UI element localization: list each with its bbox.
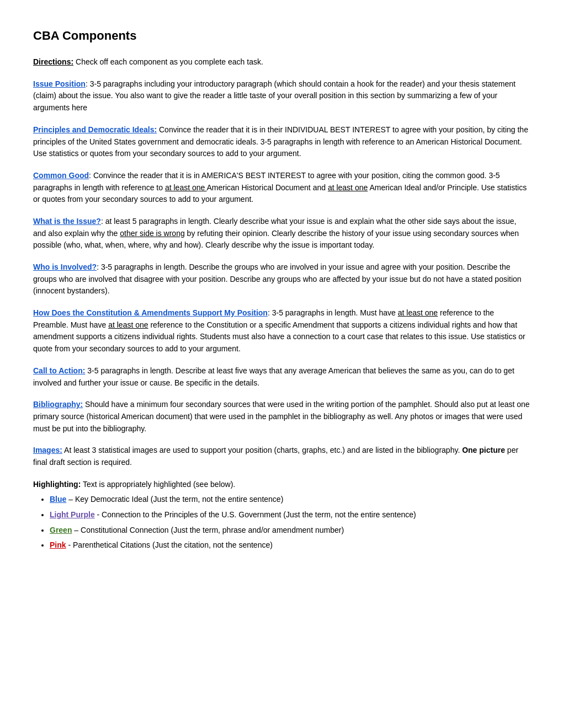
common-good-section: Common Good: Convince the reader that it… — [33, 170, 530, 206]
lightpurple-desc: - Connection to the Principles of the U.… — [95, 510, 416, 519]
constitution-link[interactable]: How Does the Constitution & Amendments S… — [33, 308, 268, 317]
bibliography-section: Bibliography: Should have a minimum four… — [33, 399, 530, 435]
bibliography-link[interactable]: Bibliography: — [33, 400, 83, 409]
images-link[interactable]: Images: — [33, 446, 62, 454]
call-to-action-link[interactable]: Call to Action: — [33, 366, 85, 375]
who-involved-text: 3-5 paragraphs in length. Describe the g… — [33, 263, 522, 295]
highlighting-text: Text is appropriately highlighted (see b… — [81, 480, 235, 489]
issue-position-section: Issue Position: 3-5 paragraphs including… — [33, 78, 530, 114]
common-good-link[interactable]: Common Good — [33, 171, 89, 180]
directions-section: Directions: Check off each component as … — [33, 56, 530, 68]
directions-text: Check off each component as you complete… — [73, 57, 263, 66]
list-item: Light Purple - Connection to the Princip… — [50, 509, 530, 521]
bibliography-text: Should have a minimum four secondary sou… — [33, 400, 530, 432]
what-is-issue-underline: other side is wrong — [120, 229, 185, 238]
call-to-action-section: Call to Action: 3-5 paragraphs in length… — [33, 365, 530, 389]
constitution-underline1: at least one — [398, 308, 438, 317]
green-label: Green — [50, 526, 72, 534]
what-is-issue-link[interactable]: What is the Issue? — [33, 217, 101, 226]
highlighting-list: Blue – Key Democratic Ideal (Just the te… — [50, 494, 530, 552]
page-title: CBA Components — [33, 26, 530, 45]
constitution-section: How Does the Constitution & Amendments S… — [33, 307, 530, 355]
who-involved-link[interactable]: Who is Involved? — [33, 263, 97, 271]
common-good-underline2: at least one — [328, 183, 368, 192]
images-text1: At least 3 statistical images are used t… — [62, 446, 462, 454]
call-to-action-text: 3-5 paragraphs in length. Describe at le… — [33, 366, 514, 387]
images-bold: One picture — [462, 446, 505, 454]
principles-section: Principles and Democratic Ideals: Convin… — [33, 124, 530, 160]
common-good-text2: American Historical Document and — [206, 183, 327, 192]
principles-link[interactable]: Principles and Democratic Ideals: — [33, 125, 157, 134]
blue-desc: – Key Democratic Ideal (Just the term, n… — [66, 495, 283, 504]
highlighting-label: Highlighting: — [33, 480, 81, 489]
highlighting-section: Highlighting: Text is appropriately high… — [33, 479, 530, 552]
constitution-text1: 3-5 paragraphs in length. Must have — [270, 308, 398, 317]
common-good-underline1: at least one — [165, 183, 207, 192]
directions-label: Directions: — [33, 57, 73, 66]
green-desc: – Constitutional Connection (Just the te… — [72, 526, 344, 534]
images-section: Images: At least 3 statistical images ar… — [33, 445, 530, 468]
constitution-underline2: at least one — [108, 320, 148, 329]
blue-label: Blue — [50, 495, 66, 504]
list-item: Blue – Key Democratic Ideal (Just the te… — [50, 494, 530, 506]
what-is-issue-section: What is the Issue?: at least 5 paragraph… — [33, 216, 530, 251]
lightpurple-label: Light Purple — [50, 510, 95, 519]
issue-position-text: 3-5 paragraphs including your introducto… — [33, 79, 516, 112]
issue-position-link[interactable]: Issue Position — [33, 79, 86, 88]
list-item: Pink - Parenthetical Citations (Just the… — [50, 539, 530, 552]
list-item: Green – Constitutional Connection (Just … — [50, 524, 530, 537]
pink-desc: - Parenthetical Citations (Just the cita… — [66, 540, 273, 549]
who-involved-section: Who is Involved?: 3-5 paragraphs in leng… — [33, 261, 530, 297]
pink-label: Pink — [50, 540, 66, 549]
